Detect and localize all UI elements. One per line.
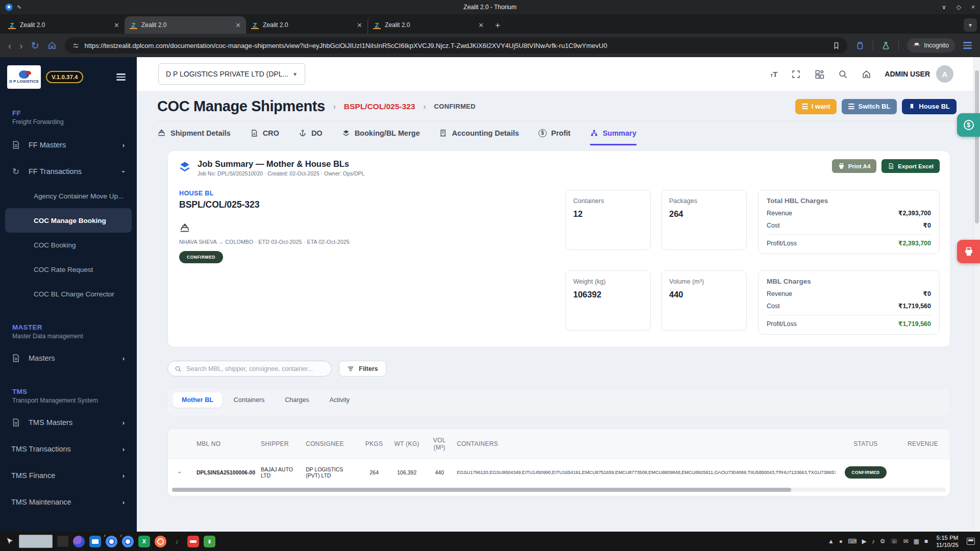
tab-shipment-details[interactable]: Shipment Details <box>157 129 231 145</box>
sidebar-collapse-icon[interactable] <box>116 73 130 81</box>
tray-settings-icon[interactable]: ⚙ <box>880 538 886 545</box>
tray-icon[interactable]: ▲ <box>828 538 834 545</box>
breadcrumb-job-ref[interactable]: BSPL/COL/025-323 <box>344 102 415 111</box>
tray-icon[interactable]: ■ <box>924 538 928 545</box>
sidebar-subitem-coc-manage-booking[interactable]: COC Manage Booking <box>5 208 132 233</box>
house-bl-button[interactable]: House BL <box>902 99 957 114</box>
sidebar-item-tms-transactions[interactable]: TMS Transactions › <box>0 437 137 461</box>
taskbar-clock[interactable]: 5:15 PM 11/10/25 <box>936 534 959 549</box>
taskbar-app-recorder-icon[interactable] <box>155 536 166 547</box>
subtab-charges[interactable]: Charges <box>276 392 317 408</box>
site-settings-icon[interactable] <box>72 42 80 49</box>
browser-tab-3[interactable]: Z Zealit 2.0 ✕ <box>246 16 368 34</box>
tab-list-dropdown[interactable]: ▼ <box>964 18 977 32</box>
job-summary-subtitle: Job No: DPL/SI/202510020 · Created: 02-O… <box>198 170 364 177</box>
browser-tab-1[interactable]: Z Zealit 2.0 ✕ <box>3 16 125 34</box>
tray-icon[interactable]: ⌨ <box>848 538 856 545</box>
tray-volume-icon[interactable]: ♪ <box>872 538 875 545</box>
company-selector[interactable]: D P LOGISTICS PRIVATE LTD (DPL... ▼ <box>158 63 305 85</box>
active-window-button[interactable] <box>19 535 53 548</box>
tray-icon[interactable]: ● <box>839 538 843 545</box>
taskbar-app-red-icon[interactable] <box>187 536 199 547</box>
tab-close-icon[interactable]: ✕ <box>357 21 362 29</box>
tab-booking-bl-merge[interactable]: Booking/BL Merge <box>342 129 420 145</box>
apps-grid-icon[interactable] <box>815 69 824 79</box>
browser-tab-4[interactable]: Z Zealit 2.0 ✕ <box>368 16 489 34</box>
row-expander-icon[interactable]: › <box>168 469 197 476</box>
tab-do[interactable]: DO <box>299 129 323 145</box>
close-button[interactable]: × <box>971 4 975 11</box>
print-a4-button[interactable]: Print A4 <box>832 159 877 173</box>
tray-icon[interactable]: ▶ <box>862 538 866 545</box>
tab-accounting-details[interactable]: Accounting Details <box>439 129 519 145</box>
tab-close-icon[interactable]: ✕ <box>235 21 241 29</box>
taskbar-app-spreadsheet-icon[interactable]: X <box>138 536 150 547</box>
url-bar[interactable]: https://testzealit.dplcom.com/documentat… <box>65 37 848 54</box>
filters-button[interactable]: Filters <box>339 361 386 377</box>
layers-icon <box>178 160 191 173</box>
minimize-button[interactable]: ∨ <box>942 4 946 11</box>
sidebar-item-ff-transactions[interactable]: ↻ FF Transactions › <box>0 159 137 184</box>
taskbar-app-green-icon[interactable] <box>204 536 215 547</box>
flask-extension-icon[interactable] <box>881 41 890 50</box>
sidebar-item-tms-masters[interactable]: TMS Masters › <box>0 410 137 435</box>
chevron-right-icon: › <box>122 419 125 427</box>
new-tab-button[interactable]: + <box>489 20 506 34</box>
notifications-icon[interactable] <box>967 538 975 545</box>
sidebar-item-tms-finance[interactable]: TMS Finance › <box>0 463 137 488</box>
avatar[interactable]: A <box>936 65 953 83</box>
subtab-containers[interactable]: Containers <box>225 392 273 408</box>
browser-menu-icon[interactable] <box>963 42 972 49</box>
horizontal-scrollbar-thumb[interactable] <box>172 488 791 492</box>
taskbar-app-chromium-icon[interactable]: ♪ <box>106 536 117 547</box>
subtab-mother-bl[interactable]: Mother BL <box>173 392 222 408</box>
tab-close-icon[interactable]: ✕ <box>114 21 119 29</box>
tray-display-icon[interactable]: ▦ <box>913 538 919 545</box>
home-icon[interactable] <box>862 69 871 79</box>
tab-cro[interactable]: CRO <box>250 129 279 145</box>
browser-home-button[interactable] <box>47 41 57 50</box>
sidebar-subitem-coc-rate-request[interactable]: COC Rate Request <box>5 257 132 282</box>
sidebar-item-masters[interactable]: Masters › <box>0 346 137 370</box>
horizontal-scrollbar[interactable] <box>172 488 946 492</box>
taskbar-app-chromium-icon[interactable]: ♪ <box>122 536 134 547</box>
taskbar-app-icon[interactable] <box>57 536 68 547</box>
tab-profit[interactable]: $ Profit <box>538 129 571 145</box>
cell-pkgs: 264 <box>362 469 391 475</box>
forward-button[interactable]: › <box>19 41 22 51</box>
subtab-activity[interactable]: Activity <box>321 392 359 408</box>
back-button[interactable]: ‹ <box>8 41 11 51</box>
taskbar-app-music-icon[interactable] <box>171 536 183 547</box>
extension-jar-icon[interactable] <box>855 41 865 50</box>
maximize-button[interactable]: ◇ <box>957 4 961 11</box>
reload-button[interactable]: ↻ <box>31 41 39 51</box>
browser-tab-2-active[interactable]: Z Zealit 2.0 ✕ <box>125 16 246 34</box>
tab-close-icon[interactable]: ✕ <box>478 21 484 29</box>
taskbar-app-browser-icon[interactable] <box>73 536 85 547</box>
tab-summary[interactable]: Summary <box>590 129 636 145</box>
search-icon[interactable] <box>838 69 848 79</box>
export-excel-button[interactable]: Export Excel <box>881 159 940 173</box>
cursor-start-icon[interactable] <box>5 537 14 546</box>
text-size-icon[interactable]: тT <box>770 70 777 79</box>
i-want-button[interactable]: I want <box>795 99 837 114</box>
sidebar-item-tms-maintenance[interactable]: TMS Maintenance › <box>0 490 137 514</box>
switch-bl-button[interactable]: Switch BL <box>842 99 897 114</box>
tray-phone-icon[interactable]: ☏ <box>890 538 898 545</box>
fullscreen-icon[interactable] <box>791 69 801 79</box>
section-subtitle-master: Master Data management <box>12 333 125 340</box>
sidebar-item-ff-masters[interactable]: FF Masters › <box>0 133 137 157</box>
vertical-scrollbar-thumb[interactable] <box>975 70 979 223</box>
sidebar-subitem-coc-booking[interactable]: COC Booking <box>5 233 132 257</box>
print-fab-button[interactable] <box>957 240 980 263</box>
tray-mail-icon[interactable]: ✉ <box>903 538 908 545</box>
cell-consignee: DP LOGISTICS (PVT) LTD <box>306 466 362 479</box>
sidebar-subitem-coc-bl-charge-corrector[interactable]: COC BL Charge Corrector <box>5 282 132 306</box>
taskbar-app-window-icon[interactable] <box>89 536 101 547</box>
currency-fab-button[interactable]: $ <box>957 113 980 137</box>
table-row[interactable]: › DPLSINSA25100006-00 BAJAJ AUTO LTD DP … <box>168 459 950 488</box>
sidebar-subitem-agency-container-move-up[interactable]: Agency Container Move Up... <box>5 184 132 208</box>
search-input[interactable] <box>186 365 325 372</box>
browser-toolbar: ‹ › ↻ https://testzealit.dplcom.com/docu… <box>0 34 980 57</box>
bookmark-icon[interactable] <box>832 42 840 49</box>
